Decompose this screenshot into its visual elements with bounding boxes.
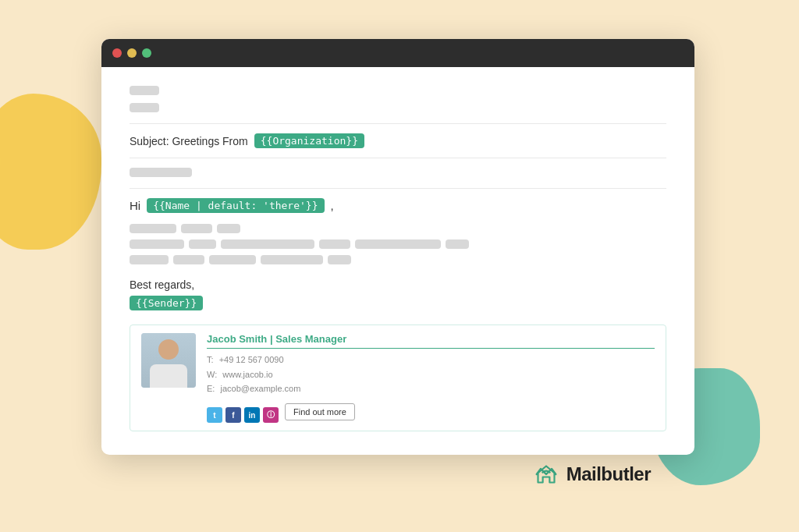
browser-titlebar [101, 39, 694, 67]
sig-email-row: E: jacob@example.com [207, 381, 655, 396]
find-out-more-button[interactable]: Find out more [285, 403, 355, 420]
body-skel-1 [130, 224, 176, 233]
greeting-comma: , [331, 199, 334, 212]
recipient-row [130, 168, 666, 177]
avatar-body [150, 364, 187, 388]
mailbutler-icon [532, 463, 560, 485]
skeleton-bar-2 [130, 103, 159, 112]
sig-title: Sales Manager [275, 333, 346, 345]
sig-name-line: Jacob Smith | Sales Manager [207, 333, 655, 349]
recipient-skeleton [130, 168, 192, 177]
mailbutler-name: Mailbutler [566, 463, 651, 485]
decorative-blob-yellow [0, 94, 101, 250]
email-body: Subject: Greetings From {{Organization}}… [101, 67, 694, 455]
twitter-icon[interactable]: t [207, 407, 222, 423]
body-skel-12 [209, 255, 256, 264]
signature-info: Jacob Smith | Sales Manager T: +49 12 56… [207, 333, 655, 423]
body-skel-3 [217, 224, 240, 233]
divider-1 [130, 123, 666, 124]
facebook-icon[interactable]: f [225, 407, 241, 423]
social-icons-row: t f in ⓘ [207, 407, 279, 423]
regards-text: Best regards, [130, 278, 666, 291]
body-text-skeletons [130, 224, 666, 264]
body-skel-14 [328, 255, 351, 264]
body-skel-2 [181, 224, 212, 233]
body-skel-4 [130, 239, 184, 249]
skeleton-bar-1 [130, 86, 159, 95]
linkedin-icon[interactable]: in [244, 407, 260, 423]
sig-website: www.jacob.io [222, 370, 272, 379]
skeleton-section-top [130, 86, 666, 112]
dot-yellow [127, 48, 137, 58]
body-skel-9 [446, 239, 469, 249]
sig-details: T: +49 12 567 0090 W: www.jacob.io E: ja… [207, 353, 655, 396]
sig-phone-row: T: +49 12 567 0090 [207, 353, 655, 367]
greeting-hi: Hi [130, 199, 140, 212]
instagram-icon[interactable]: ⓘ [263, 407, 279, 423]
sig-name: Jacob Smith | Sales Manager [207, 333, 346, 345]
divider-3 [130, 188, 666, 189]
sender-tag: {{Sender}} [130, 296, 203, 310]
subject-label: Subject: Greetings From [130, 135, 248, 147]
sig-phone: +49 12 567 0090 [219, 355, 284, 364]
dot-green [142, 48, 151, 58]
body-skel-5 [189, 239, 216, 249]
browser-window: Subject: Greetings From {{Organization}}… [101, 39, 694, 455]
subject-org-tag: {{Organization}} [254, 133, 364, 148]
dot-red [112, 48, 122, 58]
sig-phone-label: T: [207, 355, 214, 364]
regards-section: Best regards, {{Sender}} [130, 278, 666, 310]
sig-name-text: Jacob Smith [207, 333, 267, 345]
sig-email: jacob@example.com [220, 384, 300, 393]
body-skel-6 [221, 239, 314, 249]
sig-email-label: E: [207, 384, 215, 393]
body-skel-8 [355, 239, 441, 249]
mailbutler-logo: Mailbutler [532, 463, 651, 485]
divider-2 [130, 158, 666, 158]
body-skel-10 [130, 255, 169, 264]
sig-website-row: W: www.jacob.io [207, 367, 655, 382]
body-skel-13 [261, 255, 323, 264]
sig-website-label: W: [207, 370, 217, 379]
avatar-head [158, 339, 179, 360]
subject-row: Subject: Greetings From {{Organization}} [130, 133, 666, 148]
avatar [141, 333, 196, 388]
greeting-row: Hi {{Name | default: 'there'}} , [130, 198, 666, 213]
sig-bottom-row: t f in ⓘ Find out more [207, 401, 655, 423]
signature-block: Jacob Smith | Sales Manager T: +49 12 56… [130, 325, 666, 431]
body-skel-7 [319, 239, 350, 249]
greeting-name-tag: {{Name | default: 'there'}} [147, 198, 324, 213]
avatar-person [141, 333, 196, 388]
body-skel-11 [173, 255, 204, 264]
